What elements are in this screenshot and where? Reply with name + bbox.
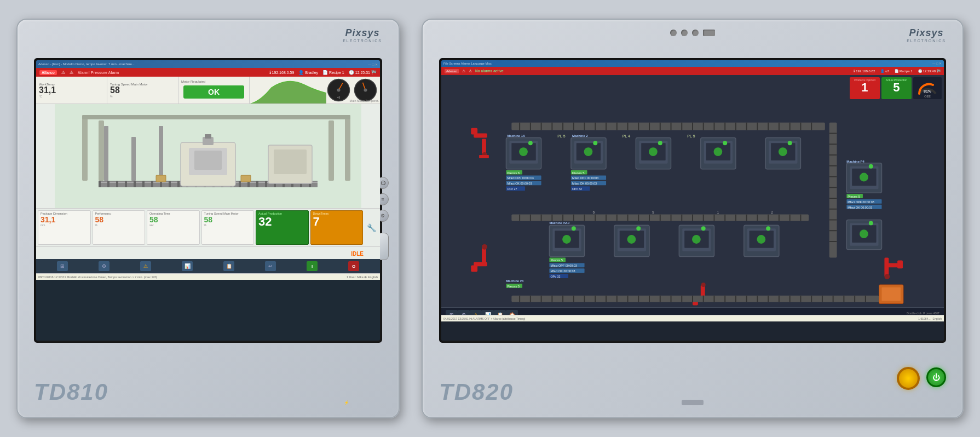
td820-screen: File Screens Alarms Language Misc — □ ✕ … xyxy=(441,60,944,341)
svg-rect-49 xyxy=(345,115,350,181)
svg-point-65 xyxy=(701,283,706,287)
td810-toolbar-back[interactable]: ↩ xyxy=(265,261,276,271)
td810-metric-6: DownTimes 7 xyxy=(310,210,364,245)
td810-worktemp-box: WorkTemp 31,1 °C xyxy=(36,77,107,104)
svg-text:6: 6 xyxy=(592,210,595,214)
td810-toolbar-alarm[interactable]: ⚠ xyxy=(140,261,151,271)
svg-point-226 xyxy=(860,229,868,238)
td810-toolbar: ⊞ ⚙ ⚠ 📊 📋 ↩ I O xyxy=(36,259,380,273)
svg-point-206 xyxy=(627,235,636,244)
td810-idle-container: IDLE xyxy=(36,246,380,259)
td810-toolbar-chart[interactable]: 📊 xyxy=(182,261,193,271)
svg-point-201 xyxy=(562,235,571,244)
td810-metric-5: Actual Production 32 xyxy=(256,210,309,245)
td810-brand-name: Pixsys xyxy=(343,27,382,39)
svg-text:Machine P4: Machine P4 xyxy=(846,160,864,163)
svg-text:Pieces 6: Pieces 6 xyxy=(507,171,520,175)
td810-screen-bezel: Adesso - [Run] - Modello Demo, tempo lav… xyxy=(34,58,382,343)
svg-point-186 xyxy=(649,147,658,156)
td810-toolbar-report[interactable]: 📋 xyxy=(223,261,234,271)
svg-rect-68 xyxy=(897,261,903,269)
svg-point-202 xyxy=(572,226,576,231)
svg-rect-10 xyxy=(116,181,118,187)
td820-main-content: Products Injected 1 Actual Production 5 xyxy=(441,75,944,321)
svg-text:Machine #2.0: Machine #2.0 xyxy=(549,221,569,225)
svg-point-4 xyxy=(364,89,367,92)
td810-toolbar-home[interactable]: ⊞ xyxy=(57,261,68,271)
td820-oee-svg: 81% xyxy=(916,78,938,95)
td810-ip: ℹ 192.168.0.59 xyxy=(269,70,295,75)
td810-gauge-area: 46 Main Motor Temperat. xyxy=(250,77,380,104)
td820-model-label: TD820 xyxy=(439,379,514,405)
svg-text:Machine 1A: Machine 1A xyxy=(507,134,526,137)
svg-rect-35 xyxy=(159,126,163,181)
td810-motor-value: OK xyxy=(183,85,244,99)
td820-brand-logo: Pixsys ELECTRONICS xyxy=(907,27,946,43)
td820-recipe: 📄Recipe 1 xyxy=(895,69,913,73)
svg-rect-47 xyxy=(99,120,104,181)
td820-top-dots xyxy=(670,30,715,36)
td810-metric-3: Operating Time 58 sec xyxy=(147,210,200,245)
svg-point-69 xyxy=(884,274,890,279)
td810-alarm-text: Alarm! Pressure Alarm xyxy=(78,71,119,74)
td820-statusbar-lang: English xyxy=(933,317,942,320)
svg-text:46: 46 xyxy=(337,96,341,99)
td810-motor-box: Motor Regulated OK xyxy=(178,77,250,104)
svg-rect-17 xyxy=(177,181,180,187)
svg-rect-46 xyxy=(82,115,88,181)
td810-worktemp-value: 31,1 xyxy=(39,86,104,95)
svg-point-221 xyxy=(860,173,868,182)
svg-point-191 xyxy=(713,147,722,156)
td820-emergency-button[interactable] xyxy=(897,367,920,390)
svg-rect-40 xyxy=(205,134,211,139)
td820-statusbar-right: 1.91984... xyxy=(918,317,930,320)
svg-rect-41 xyxy=(156,175,166,182)
td810-alarm-badge: Allarco xyxy=(39,70,57,75)
td810-recipe: 📄 Recipe 1 xyxy=(322,70,344,75)
svg-rect-48 xyxy=(328,120,334,181)
td820-dot-3 xyxy=(692,30,699,36)
td810-toolbar-settings[interactable]: ⚙ xyxy=(99,261,109,271)
td810-toolbar-start[interactable]: I xyxy=(307,261,318,271)
svg-text:Mfact OK  00:00:03: Mfact OK 00:00:03 xyxy=(507,182,532,185)
svg-point-197 xyxy=(788,141,792,145)
td810-gauge-svg-1: 46 xyxy=(326,78,351,102)
svg-text:Pieces 5: Pieces 5 xyxy=(848,195,860,198)
td810-screen-content: Adesso - [Run] - Modello Demo, tempo lav… xyxy=(36,60,380,341)
td810-metrics-top: WorkTemp 31,1 °C Tuning Speed Main Motor… xyxy=(36,77,380,104)
td820-production-boxes: Products Injected 1 Actual Production 5 xyxy=(850,77,942,99)
td820-titlebar-menus: File Screens Alarms Language Misc xyxy=(443,62,492,65)
td820-usb-port xyxy=(682,400,704,405)
td820-power-button[interactable]: ⏻ xyxy=(926,367,946,387)
td810-chart-svg xyxy=(250,77,326,104)
svg-text:Mfact OK  00:00:03: Mfact OK 00:00:03 xyxy=(848,206,872,209)
svg-point-207 xyxy=(636,226,641,231)
svg-rect-55 xyxy=(471,128,477,135)
svg-text:Pieces 5: Pieces 5 xyxy=(572,171,585,175)
svg-rect-12 xyxy=(134,181,136,187)
svg-text:Mfact OPF 00:00:03: Mfact OPF 00:00:03 xyxy=(572,176,598,180)
svg-rect-8 xyxy=(99,181,101,187)
td810-toolbar-stop[interactable]: O xyxy=(348,261,359,271)
svg-point-222 xyxy=(869,164,873,169)
svg-text:81%: 81% xyxy=(924,89,932,93)
td820-alarm-badge: Adesso xyxy=(445,69,459,73)
td820-screen-bezel: File Screens Alarms Language Misc — □ ✕ … xyxy=(439,58,946,343)
svg-text:Mfact OK  00:00:03: Mfact OK 00:00:03 xyxy=(550,269,575,273)
td810-wrench-button[interactable]: 🔧 xyxy=(365,210,378,245)
td810-worktemp-unit: °C xyxy=(39,95,104,98)
td810-metrics-bottom: Package Dimension 31,1 mm Performanc: 58… xyxy=(36,208,380,246)
svg-text:PL 4: PL 4 xyxy=(622,134,631,138)
svg-rect-38 xyxy=(194,151,222,170)
svg-rect-67 xyxy=(887,263,899,267)
td810-metric-6-value: 7 xyxy=(313,216,361,228)
td810-metric-1: Package Dimension 31,1 mm xyxy=(38,210,91,245)
svg-point-217 xyxy=(766,226,770,231)
td820-titlebar: File Screens Alarms Language Misc — □ ✕ xyxy=(441,60,944,67)
td810-titlebar: Adesso - [Run] - Modello Demo, tempo lav… xyxy=(36,60,380,68)
td820-prod-injected: Products Injected 1 xyxy=(850,77,880,99)
td820-statusbar-left: 04/01/2017 13:25:51 Hi ALARMS OFF > Alla… xyxy=(443,317,525,320)
td820-menubar: Adesso ⚠ ⚠ No alarms active ℹ192.168.0.8… xyxy=(441,67,944,75)
svg-text:Mfact OPF 00:00:03: Mfact OPF 00:00:03 xyxy=(507,176,533,180)
svg-rect-13 xyxy=(142,181,145,187)
